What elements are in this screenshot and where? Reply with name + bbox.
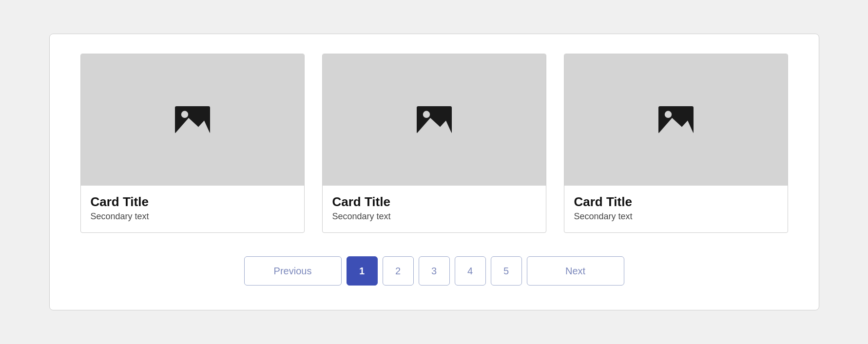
card-2-secondary: Secondary text bbox=[332, 211, 536, 222]
svg-point-4 bbox=[423, 111, 429, 118]
card-3-image bbox=[564, 54, 788, 186]
card-3: Card Title Secondary text bbox=[564, 54, 788, 233]
svg-point-1 bbox=[181, 111, 188, 118]
svg-point-7 bbox=[664, 111, 671, 118]
main-container: Card Title Secondary text Card Title Sec… bbox=[49, 34, 819, 310]
page-4-button[interactable]: 4 bbox=[455, 256, 486, 286]
card-1-secondary: Secondary text bbox=[91, 211, 294, 222]
page-1-button[interactable]: 1 bbox=[347, 256, 378, 286]
card-1-title: Card Title bbox=[91, 194, 294, 210]
image-placeholder-icon-2 bbox=[415, 103, 454, 137]
card-2-image bbox=[323, 54, 546, 186]
page-5-button[interactable]: 5 bbox=[491, 256, 522, 286]
cards-row: Card Title Secondary text Card Title Sec… bbox=[74, 54, 794, 233]
card-3-body: Card Title Secondary text bbox=[564, 186, 788, 232]
pagination: Previous 1 2 3 4 5 Next bbox=[74, 256, 794, 286]
card-1-image bbox=[81, 54, 304, 186]
card-2: Card Title Secondary text bbox=[322, 54, 546, 233]
card-1: Card Title Secondary text bbox=[80, 54, 305, 233]
card-3-secondary: Secondary text bbox=[574, 211, 778, 222]
page-2-button[interactable]: 2 bbox=[383, 256, 414, 286]
card-2-title: Card Title bbox=[332, 194, 536, 210]
next-button[interactable]: Next bbox=[527, 256, 624, 286]
card-2-body: Card Title Secondary text bbox=[323, 186, 546, 232]
card-3-title: Card Title bbox=[574, 194, 778, 210]
image-placeholder-icon-3 bbox=[656, 103, 695, 137]
page-3-button[interactable]: 3 bbox=[419, 256, 450, 286]
previous-button[interactable]: Previous bbox=[244, 256, 342, 286]
card-1-body: Card Title Secondary text bbox=[81, 186, 304, 232]
image-placeholder-icon-1 bbox=[173, 103, 212, 137]
